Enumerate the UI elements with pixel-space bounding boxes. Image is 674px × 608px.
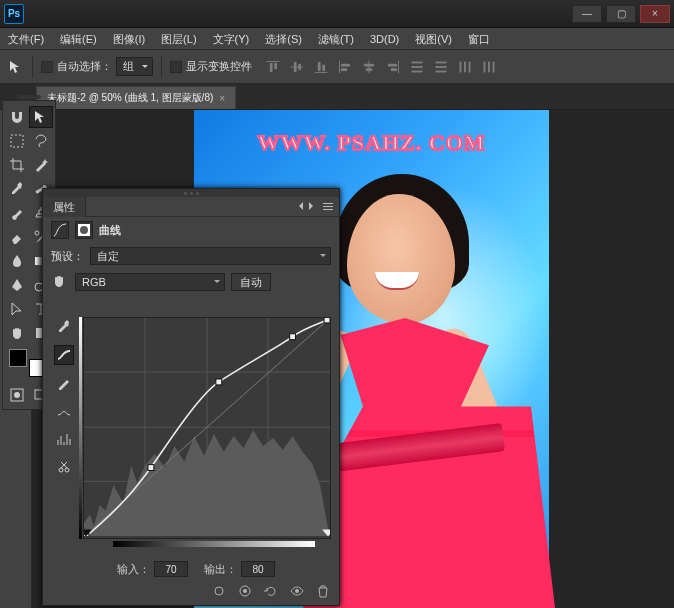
menu-view[interactable]: 视图(V)	[407, 28, 460, 50]
auto-select-checkbox[interactable]	[41, 61, 53, 73]
align-bottom-icon[interactable]	[310, 56, 332, 78]
svg-rect-6	[460, 61, 462, 72]
svg-point-21	[14, 392, 20, 398]
channel-hand-icon[interactable]	[51, 273, 69, 291]
quickmask-icon[interactable]	[5, 384, 29, 406]
path-select-tool-icon[interactable]	[5, 298, 29, 320]
curve-smooth-icon[interactable]	[54, 345, 74, 365]
menu-edit[interactable]: 编辑(E)	[52, 28, 105, 50]
svg-point-26	[65, 468, 69, 472]
svg-rect-3	[436, 61, 447, 63]
svg-rect-5	[436, 70, 447, 72]
curve-smooth-button-icon[interactable]	[54, 401, 74, 421]
output-label: 输出：	[204, 562, 237, 577]
output-value-field[interactable]	[241, 561, 275, 577]
maximize-button[interactable]: ▢	[606, 5, 636, 23]
crop-tool-icon[interactable]	[5, 154, 29, 176]
document-tab[interactable]: 未标题-2 @ 50% (曲线 1, 图层蒙版/8) ×	[36, 86, 236, 109]
menu-file[interactable]: 文件(F)	[0, 28, 52, 50]
clip-to-layer-icon[interactable]	[211, 583, 227, 599]
magnet-tool-icon[interactable]	[5, 106, 29, 128]
channel-dropdown[interactable]: RGB	[75, 273, 225, 291]
svg-rect-0	[412, 61, 423, 63]
reset-icon[interactable]	[263, 583, 279, 599]
align-top-icon[interactable]	[262, 56, 284, 78]
distribute-right-icon[interactable]	[478, 56, 500, 78]
mask-icon[interactable]	[75, 221, 93, 239]
blur-tool-icon[interactable]	[5, 250, 29, 272]
separator	[161, 56, 162, 78]
options-bar: 自动选择： 组 显示变换控件	[0, 50, 674, 84]
toggle-visibility-icon[interactable]	[289, 583, 305, 599]
adjustment-title: 曲线	[99, 223, 121, 238]
lasso-tool-icon[interactable]	[29, 130, 53, 152]
marquee-tool-icon[interactable]	[5, 130, 29, 152]
menu-select[interactable]: 选择(S)	[257, 28, 310, 50]
distribute-left-icon[interactable]	[454, 56, 476, 78]
menu-window[interactable]: 窗口	[460, 28, 498, 50]
move-tool-icon[interactable]	[29, 106, 53, 128]
input-label: 输入：	[117, 562, 150, 577]
transform-controls-label: 显示变换控件	[186, 59, 252, 74]
eyedropper-tool-icon[interactable]	[5, 178, 29, 200]
svg-rect-2	[412, 70, 423, 72]
view-previous-icon[interactable]	[237, 583, 253, 599]
menu-type[interactable]: 文字(Y)	[205, 28, 258, 50]
auto-button[interactable]: 自动	[231, 273, 271, 291]
magic-wand-tool-icon[interactable]	[29, 154, 53, 176]
menu-filter[interactable]: 滤镜(T)	[310, 28, 362, 50]
pen-tool-icon[interactable]	[5, 274, 29, 296]
align-vcenter-icon[interactable]	[286, 56, 308, 78]
svg-rect-37	[324, 318, 330, 323]
svg-point-16	[35, 231, 39, 235]
preset-dropdown[interactable]: 自定	[90, 247, 331, 265]
svg-rect-36	[290, 334, 296, 340]
auto-select-dropdown[interactable]: 组	[116, 57, 153, 76]
eraser-tool-icon[interactable]	[5, 226, 29, 248]
properties-panel: 属性 曲线 预设： 自定 RGB 自动	[42, 188, 340, 606]
adjustment-header: 曲线	[43, 217, 339, 243]
close-button[interactable]: ×	[640, 5, 670, 23]
channel-row: RGB 自动	[43, 269, 339, 295]
svg-point-41	[243, 589, 247, 593]
transform-controls-checkbox[interactable]	[170, 61, 182, 73]
align-hcenter-icon[interactable]	[358, 56, 380, 78]
move-tool-icon[interactable]	[8, 59, 24, 75]
auto-select-label: 自动选择：	[57, 59, 112, 74]
tab-close-icon[interactable]: ×	[219, 93, 225, 104]
curve-histogram-toggle-icon[interactable]	[54, 429, 74, 449]
panel-collapse-left-icon[interactable]	[295, 202, 303, 210]
foreground-color-swatch[interactable]	[9, 349, 27, 367]
panel-menu-icon[interactable]	[323, 202, 333, 212]
curve-pencil-icon[interactable]	[54, 373, 74, 393]
menu-3d[interactable]: 3D(D)	[362, 28, 407, 50]
brush-tool-icon[interactable]	[5, 202, 29, 224]
curves-io-row: 输入： 输出：	[83, 559, 331, 579]
menu-image[interactable]: 图像(I)	[105, 28, 153, 50]
align-icons	[262, 56, 500, 78]
panel-tab-row: 属性	[43, 197, 339, 217]
curve-eyedropper-icon[interactable]	[54, 317, 74, 337]
panel-collapse-right-icon[interactable]	[309, 202, 317, 210]
align-left-icon[interactable]	[334, 56, 356, 78]
panel-tab-properties[interactable]: 属性	[43, 197, 86, 217]
svg-point-42	[295, 589, 299, 593]
delete-adjustment-icon[interactable]	[315, 583, 331, 599]
curves-adjustment-icon	[51, 221, 69, 239]
minimize-button[interactable]: —	[572, 5, 602, 23]
svg-rect-34	[148, 465, 154, 471]
curves-side-tools	[49, 317, 79, 557]
align-right-icon[interactable]	[382, 56, 404, 78]
panel-grip[interactable]	[43, 189, 339, 197]
hand-tool-icon[interactable]	[5, 322, 29, 344]
curves-graph[interactable]	[83, 317, 331, 539]
svg-rect-4	[436, 66, 447, 68]
svg-point-25	[59, 468, 63, 472]
curve-clip-icon[interactable]	[54, 457, 74, 477]
svg-rect-9	[484, 61, 486, 72]
input-value-field[interactable]	[154, 561, 188, 577]
menu-layer[interactable]: 图层(L)	[153, 28, 204, 50]
svg-rect-8	[469, 61, 471, 72]
distribute-vcenter-icon[interactable]	[430, 56, 452, 78]
distribute-top-icon[interactable]	[406, 56, 428, 78]
